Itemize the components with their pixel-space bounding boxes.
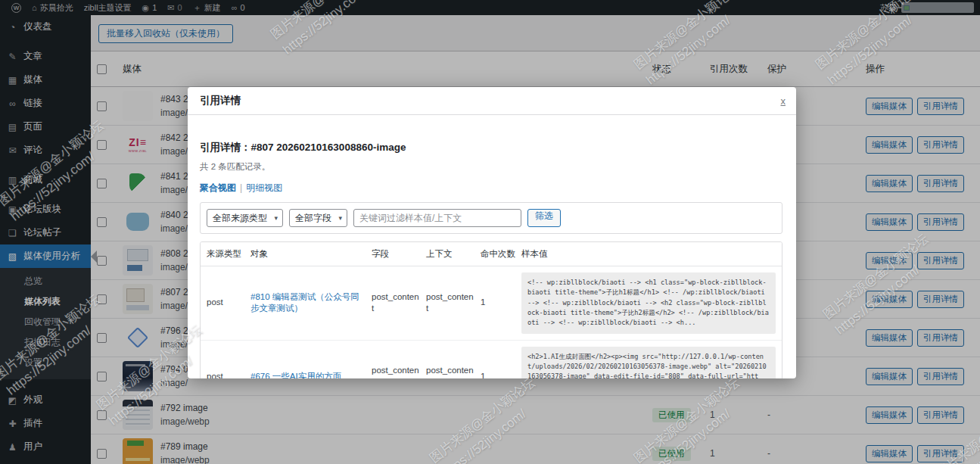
ref-col-source: 来源类型 xyxy=(207,248,244,260)
reference-row: post #676 一些AI实用的方面 post_content post_co… xyxy=(201,341,782,379)
field-select[interactable]: 全部字段 xyxy=(289,209,347,227)
reference-table-header: 来源类型 对象 字段 上下文 命中次数 样本值 xyxy=(201,242,782,266)
ref-col-field: 字段 xyxy=(372,248,420,260)
ref-sample-code: <!-- wp:zibllblock/biaoti --> <h1 class=… xyxy=(521,272,776,334)
ref-sample-code: <h2>1.AI生成封面图</h2><p><img src="http://12… xyxy=(521,347,776,379)
ref-field: post_content xyxy=(372,365,420,378)
page: W ⌂苏晨拾光 zibll主题设置 ◉1 ✉0 ＋新建 ∞0 苏晨 ◔仪表盘 ✎… xyxy=(0,0,980,464)
source-type-select[interactable]: 全部来源类型 xyxy=(207,209,283,227)
reference-table: 来源类型 对象 字段 上下文 命中次数 样本值 post #810 编辑器测试（… xyxy=(200,241,782,378)
ref-col-hits: 命中次数 xyxy=(481,248,515,260)
filter-bar: 全部来源类型 全部字段 筛选 xyxy=(200,202,782,234)
reference-row: post #810 编辑器测试（公众号同步文章测试） post_content … xyxy=(201,266,782,341)
ref-col-sample: 样本值 xyxy=(521,248,776,260)
ref-context: post_content xyxy=(426,291,474,315)
ref-col-object: 对象 xyxy=(250,248,366,260)
ref-object-link[interactable]: #810 编辑器测试（公众号同步文章测试） xyxy=(250,291,366,315)
detail-view-link[interactable]: 明细视图 xyxy=(246,182,282,193)
close-icon[interactable]: x xyxy=(781,95,786,107)
ref-hits: 1 xyxy=(481,297,515,309)
ref-object-link[interactable]: #676 一些AI实用的方面 xyxy=(250,371,366,378)
match-count-text: 共 2 条匹配记录。 xyxy=(200,161,782,173)
keyword-filter-input[interactable] xyxy=(353,209,521,227)
ref-field: post_content xyxy=(372,291,420,315)
ref-hits: 1 xyxy=(481,371,515,378)
ref-source: post xyxy=(207,371,244,378)
ref-source: post xyxy=(207,297,244,309)
ref-col-context: 上下文 xyxy=(426,248,474,260)
modal-title: 引用详情 xyxy=(200,94,241,107)
aggregate-view-link[interactable]: 聚合视图 xyxy=(200,182,236,193)
modal-body: 引用详情：#807 20260210163008860-image 共 2 条匹… xyxy=(188,115,796,378)
reference-details-modal: 引用详情 x 引用详情：#807 20260210163008860-image… xyxy=(188,87,796,378)
filter-submit-button[interactable]: 筛选 xyxy=(527,209,561,227)
reference-heading: 引用详情：#807 20260210163008860-image xyxy=(200,141,782,154)
view-switcher: 聚合视图|明细视图 xyxy=(200,182,782,195)
modal-header: 引用详情 x xyxy=(188,87,796,115)
ref-context: post_content xyxy=(426,365,474,378)
